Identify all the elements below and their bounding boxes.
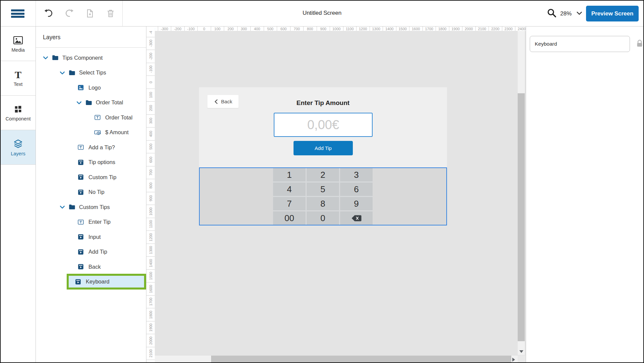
screen-artboard[interactable]: Back Enter Tip Amount Add Tip xyxy=(199,87,447,168)
zoom-chevron-down-icon[interactable] xyxy=(575,9,584,19)
ruler-tick-label: 1600 xyxy=(146,282,155,296)
layer-item-label: Order Total xyxy=(105,114,132,121)
ruler-corner xyxy=(146,27,155,31)
box-layer-icon xyxy=(77,159,84,166)
layer-item-logo[interactable]: Logo xyxy=(36,80,146,95)
layer-item-label: Logo xyxy=(88,85,101,91)
ruler-tick-label: 1100 xyxy=(146,218,155,231)
keypad-key-1[interactable]: 1 xyxy=(273,168,306,182)
layer-item-amount[interactable]: $$ Amount xyxy=(36,125,146,140)
undo-button[interactable] xyxy=(43,8,54,19)
tip-amount-input[interactable] xyxy=(274,113,373,137)
new-page-icon xyxy=(85,8,95,18)
scroll-right-arrow-icon[interactable] xyxy=(512,358,515,362)
new-page-button[interactable] xyxy=(84,8,95,19)
layers-panel-title: Layers xyxy=(36,27,146,47)
sidebar-item-label: Media xyxy=(11,47,25,53)
delete-button[interactable] xyxy=(105,8,116,19)
layer-item-keyboard[interactable]: Keyboard xyxy=(36,274,146,290)
ruler-tick-label: -400 xyxy=(146,31,155,37)
ruler-vertical-strip: -400-300-200-100010020030040050060070080… xyxy=(146,31,155,362)
horizontal-scrollbar-thumb[interactable] xyxy=(211,356,511,363)
keypad-key-9[interactable]: 9 xyxy=(340,197,373,210)
keypad-key-6[interactable]: 6 xyxy=(340,183,373,196)
box-layer-icon xyxy=(77,248,84,256)
layer-item-label: Tip options xyxy=(88,159,115,165)
layer-item-add-tip[interactable]: Add Tip xyxy=(36,245,146,260)
keypad-key-2[interactable]: 2 xyxy=(307,168,339,182)
layer-name-input[interactable] xyxy=(530,36,630,52)
ruler-tick-label: 0 xyxy=(198,27,211,31)
chevron-down-icon[interactable] xyxy=(59,69,66,76)
chevron-down-icon[interactable] xyxy=(76,99,82,106)
keyboard-component-selected[interactable]: 123456789000 xyxy=(199,167,447,225)
keypad-key-00[interactable]: 00 xyxy=(273,211,306,225)
keypad-key-0[interactable]: 0 xyxy=(307,211,339,225)
scroll-down-arrow-icon[interactable] xyxy=(519,350,523,353)
layers-panel: Layers Tips ComponentSelect TipsLogoOrde… xyxy=(36,27,146,362)
layer-item-order-total[interactable]: Order Total xyxy=(36,95,146,110)
keypad-key-4[interactable]: 4 xyxy=(273,183,306,196)
redo-button[interactable] xyxy=(64,8,75,19)
ruler-tick-label: 1400 xyxy=(146,257,155,270)
horizontal-scrollbar-track[interactable] xyxy=(155,356,518,363)
keypad-key-8[interactable]: 8 xyxy=(307,197,339,210)
layer-item-label: Select Tips xyxy=(79,69,106,76)
money-layer-icon: $ xyxy=(94,129,101,136)
layer-item-custom-tip[interactable]: Custom Tip xyxy=(36,170,146,185)
sidebar-item-component[interactable]: Component xyxy=(1,96,36,130)
ruler-tick-label: 1700 xyxy=(146,296,155,309)
add-tip-button[interactable]: Add Tip xyxy=(294,141,353,155)
sidebar-item-layers[interactable]: Layers xyxy=(1,130,36,165)
keypad-key-5[interactable]: 5 xyxy=(307,183,339,196)
ruler-tick-label: 300 xyxy=(146,115,155,128)
ruler-tick-label: 300 xyxy=(238,27,251,31)
zoom-search-icon[interactable] xyxy=(547,8,557,19)
layer-item-no-tip[interactable]: No Tip xyxy=(36,185,146,200)
sidebar-item-text[interactable]: T Text xyxy=(1,61,36,96)
layer-item-back[interactable]: Back xyxy=(36,259,146,274)
vertical-scrollbar-track[interactable] xyxy=(518,31,525,355)
ruler-tick-label: 200 xyxy=(224,27,238,31)
chevron-down-icon[interactable] xyxy=(42,54,49,61)
layer-item-add-a-tip[interactable]: Add a Tip? xyxy=(36,140,146,155)
ruler-tick-label: 900 xyxy=(317,27,330,31)
text-layer-icon xyxy=(77,218,84,226)
folder-icon xyxy=(85,99,92,106)
design-canvas[interactable]: Back Enter Tip Amount Add Tip 1234567890… xyxy=(155,31,526,363)
ruler-tick-label: 400 xyxy=(251,27,264,31)
ruler-tick-label: 1500 xyxy=(396,27,410,31)
sidebar-item-media[interactable]: Media xyxy=(1,27,36,61)
ruler-tick-label: 700 xyxy=(146,166,155,179)
keypad-key-3[interactable]: 3 xyxy=(340,168,373,182)
ruler-tick-label: 1200 xyxy=(146,231,155,244)
layer-item-custom-tips[interactable]: Custom Tips xyxy=(36,200,146,215)
layer-item-select-tips[interactable]: Select Tips xyxy=(36,65,146,81)
component-icon xyxy=(13,104,23,114)
keypad-key-backspace[interactable] xyxy=(340,211,373,225)
ruler-tick-label: -200 xyxy=(146,50,155,63)
chevron-down-icon[interactable] xyxy=(59,204,66,210)
layer-item-label: Add Tip xyxy=(88,249,107,255)
selected-layer-highlight[interactable]: Keyboard xyxy=(67,274,146,290)
preview-screen-button[interactable]: Preview Screen xyxy=(586,6,639,21)
ruler-tick-label: 900 xyxy=(146,192,155,205)
svg-text:$: $ xyxy=(98,132,99,135)
tool-sidebar: Media T Text Component Layers xyxy=(1,27,36,362)
lock-icon[interactable] xyxy=(636,39,643,49)
vertical-scrollbar-thumb[interactable] xyxy=(518,93,525,341)
layer-item-order-total[interactable]: Order Total xyxy=(36,110,146,125)
ruler-horizontal: -400-300-200-100010020030040050060070080… xyxy=(155,27,526,31)
ruler-tick-label: 1200 xyxy=(357,27,370,31)
ruler-tick-label: 100 xyxy=(211,27,224,31)
keypad-key-7[interactable]: 7 xyxy=(273,197,306,210)
layer-item-tips-component[interactable]: Tips Component xyxy=(36,50,146,65)
image-layer-icon xyxy=(77,84,84,91)
zoom-level-value[interactable]: 28% xyxy=(560,10,572,17)
redo-icon xyxy=(64,8,74,18)
layer-item-input[interactable]: Input xyxy=(36,229,146,245)
hamburger-menu-icon[interactable] xyxy=(11,9,24,18)
layer-item-tip-options[interactable]: Tip options xyxy=(36,155,146,170)
layer-item-enter-tip[interactable]: Enter Tip xyxy=(36,215,146,230)
layer-item-label: Back xyxy=(88,264,101,270)
